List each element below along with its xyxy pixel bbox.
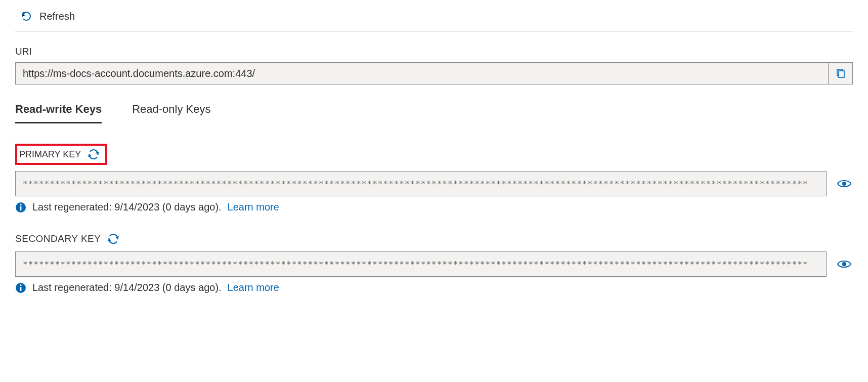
svg-point-17 (20, 284, 21, 285)
refresh-button[interactable]: Refresh (39, 11, 75, 22)
refresh-icon[interactable] (20, 10, 32, 22)
tabs: Read-write Keys Read-only Keys (15, 103, 853, 123)
regenerate-primary-key-button[interactable] (87, 148, 100, 161)
primary-key-label: PRIMARY KEY (19, 149, 81, 160)
uri-label: URI (15, 46, 853, 57)
svg-point-11 (20, 203, 21, 205)
primary-key-input[interactable]: ****************************************… (15, 171, 827, 196)
primary-key-row: ****************************************… (15, 171, 853, 196)
secondary-key-info: Last regenerated: 9/14/2023 (0 days ago)… (15, 282, 853, 293)
tab-read-only-keys[interactable]: Read-only Keys (132, 103, 210, 123)
secondary-key-input[interactable]: ****************************************… (15, 251, 827, 277)
toolbar: Refresh (15, 5, 853, 32)
eye-icon (837, 179, 852, 189)
svg-point-8 (842, 182, 846, 186)
tab-read-write-keys[interactable]: Read-write Keys (15, 103, 102, 123)
svg-rect-10 (20, 206, 22, 210)
regenerate-secondary-key-button[interactable] (107, 232, 120, 245)
svg-rect-16 (20, 287, 22, 291)
secondary-key-header: SECONDARY KEY (15, 232, 120, 245)
uri-input[interactable]: https://ms-docs-account.documents.azure.… (15, 62, 829, 84)
secondary-key-label: SECONDARY KEY (15, 233, 101, 244)
eye-icon (837, 259, 852, 269)
secondary-key-row: ****************************************… (15, 251, 853, 277)
primary-key-info: Last regenerated: 9/14/2023 (0 days ago)… (15, 201, 853, 213)
primary-key-highlight: PRIMARY KEY (15, 144, 107, 165)
secondary-key-last-regen: Last regenerated: 9/14/2023 (0 days ago)… (32, 282, 222, 293)
copy-uri-button[interactable] (829, 62, 853, 84)
info-icon (15, 282, 26, 293)
svg-point-14 (842, 262, 846, 266)
secondary-key-learn-more-link[interactable]: Learn more (228, 282, 279, 293)
primary-key-last-regen: Last regenerated: 9/14/2023 (0 days ago)… (32, 201, 222, 213)
show-secondary-key-button[interactable] (836, 259, 853, 269)
info-icon (15, 202, 26, 213)
uri-row: https://ms-docs-account.documents.azure.… (15, 62, 853, 84)
primary-key-learn-more-link[interactable]: Learn more (228, 201, 279, 213)
copy-icon (836, 68, 846, 79)
show-primary-key-button[interactable] (836, 179, 853, 189)
svg-rect-2 (839, 71, 844, 77)
